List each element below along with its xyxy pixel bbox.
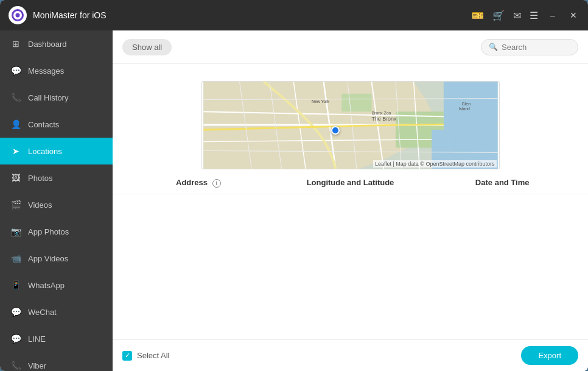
sidebar-item-dashboard[interactable]: ⊞ Dashboard — [0, 30, 113, 57]
title-bar: MoniMaster for iOS 🎫 🛒 ✉ ☰ – ✕ — [0, 0, 588, 30]
menu-icon[interactable]: ☰ — [530, 10, 538, 21]
app-logo — [9, 6, 27, 24]
sidebar-label-app-photos: App Photos — [28, 227, 69, 236]
sidebar-label-line: LINE — [28, 334, 46, 344]
sidebar-label-call-history: Call History — [28, 93, 68, 102]
sidebar-item-viber[interactable]: 📞 Viber — [0, 352, 113, 371]
call-history-icon: 📞 — [10, 91, 22, 104]
messages-icon: 💬 — [10, 65, 22, 77]
column-header-datetime: Date and Time — [426, 178, 578, 188]
svg-text:New York: New York — [311, 99, 329, 104]
svg-text:Island: Island — [458, 107, 470, 111]
locations-icon: ➤ — [10, 145, 22, 157]
sidebar-item-call-history[interactable]: 📞 Call History — [0, 84, 113, 111]
address-info-icon[interactable]: i — [212, 179, 221, 188]
app-videos-icon: 📹 — [10, 252, 22, 264]
sidebar-item-whatsapp[interactable]: 📱 WhatsApp — [0, 272, 113, 299]
sidebar-label-whatsapp: WhatsApp — [28, 281, 65, 290]
close-button[interactable]: ✕ — [567, 9, 579, 21]
minimize-button[interactable]: – — [547, 9, 559, 21]
sidebar-label-app-videos: App Videos — [28, 254, 68, 263]
photos-icon: 🖼 — [10, 172, 22, 184]
content-area: Show all 🔍 — [113, 30, 588, 371]
gift-icon[interactable]: 🎫 — [472, 10, 484, 21]
sidebar-label-videos: Videos — [28, 200, 52, 210]
bottom-bar: ✓ Select All Export — [113, 339, 588, 371]
sidebar-label-viber: Viber — [28, 361, 46, 370]
sidebar-label-contacts: Contacts — [28, 120, 59, 129]
sidebar: ⊞ Dashboard 💬 Messages 📞 Call History 👤 … — [0, 30, 113, 371]
videos-icon: 🎬 — [10, 199, 22, 211]
title-bar-actions: 🎫 🛒 ✉ ☰ – ✕ — [472, 9, 579, 21]
sidebar-label-locations: Locations — [28, 147, 62, 156]
search-input[interactable] — [502, 43, 570, 52]
map-attribution: Leaflet | Map data © OpenStreetMap contr… — [373, 160, 497, 168]
sidebar-item-locations[interactable]: ➤ Locations — [0, 138, 113, 164]
sidebar-label-photos: Photos — [28, 174, 52, 183]
search-box: 🔍 — [481, 39, 578, 55]
svg-rect-4 — [341, 94, 371, 112]
sidebar-label-wechat: WeChat — [28, 308, 57, 317]
sidebar-item-wechat[interactable]: 💬 WeChat — [0, 299, 113, 325]
svg-text:Bronx Zoo: Bronx Zoo — [371, 111, 391, 115]
sidebar-item-photos[interactable]: 🖼 Photos — [0, 164, 113, 191]
table-header: Address i Longitude and Latitude Date an… — [113, 172, 588, 194]
contacts-icon: 👤 — [10, 118, 22, 130]
sidebar-item-contacts[interactable]: 👤 Contacts — [0, 111, 113, 138]
svg-text:Glen: Glen — [461, 102, 471, 106]
app-photos-icon: 📷 — [10, 225, 22, 238]
map-marker — [331, 126, 340, 135]
main-layout: ⊞ Dashboard 💬 Messages 📞 Call History 👤 … — [0, 30, 588, 371]
app-title: MoniMaster for iOS — [33, 10, 472, 20]
column-header-longlat: Longitude and Latitude — [275, 178, 427, 188]
sidebar-item-app-videos[interactable]: 📹 App Videos — [0, 245, 113, 272]
show-all-button[interactable]: Show all — [122, 39, 172, 55]
line-icon: 💬 — [10, 333, 22, 345]
cart-icon[interactable]: 🛒 — [492, 10, 505, 21]
viber-icon: 📞 — [10, 359, 22, 371]
top-bar: Show all 🔍 — [113, 30, 588, 64]
dashboard-icon: ⊞ — [10, 38, 22, 50]
svg-text:The Bronx: The Bronx — [371, 116, 396, 122]
whatsapp-icon: 📱 — [10, 279, 22, 291]
sidebar-label-messages: Messages — [28, 66, 64, 76]
map-container: The Bronx Bronx Zoo New York Glen Island — [201, 81, 500, 169]
select-all-checkbox[interactable]: ✓ — [122, 351, 132, 361]
column-header-address: Address i — [122, 178, 275, 188]
sidebar-item-line[interactable]: 💬 LINE — [0, 325, 113, 352]
app-window: MoniMaster for iOS 🎫 🛒 ✉ ☰ – ✕ ⊞ Dashboa… — [0, 0, 588, 371]
mail-icon[interactable]: ✉ — [513, 10, 521, 21]
sidebar-label-dashboard: Dashboard — [28, 40, 67, 49]
table-body — [113, 194, 588, 339]
wechat-icon: 💬 — [10, 306, 22, 318]
sidebar-item-videos[interactable]: 🎬 Videos — [0, 191, 113, 218]
export-button[interactable]: Export — [521, 346, 578, 365]
search-icon: 🔍 — [489, 43, 498, 51]
select-all-label[interactable]: Select All — [137, 351, 169, 360]
sidebar-item-app-photos[interactable]: 📷 App Photos — [0, 218, 113, 245]
sidebar-item-messages[interactable]: 💬 Messages — [0, 57, 113, 84]
